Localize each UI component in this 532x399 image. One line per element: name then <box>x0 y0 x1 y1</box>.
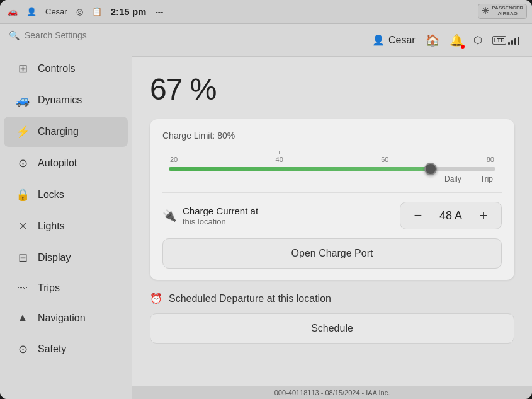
slider-tick-60: 60 <box>381 151 388 163</box>
search-input[interactable] <box>25 30 123 40</box>
charge-current-value: 48 A <box>438 209 463 223</box>
open-charge-port-button[interactable]: Open Charge Port <box>162 238 502 269</box>
dynamics-label: Dynamics <box>38 95 82 106</box>
slider-track[interactable] <box>169 167 495 171</box>
signal-bar-1 <box>508 42 510 45</box>
safety-icon: ⊙ <box>15 342 30 356</box>
locks-icon: 🔒 <box>15 188 30 202</box>
autopilot-label: Autopilot <box>38 158 77 169</box>
slider-tick-80: 80 <box>487 151 494 163</box>
scheduled-label: Scheduled Departure at this location <box>169 293 331 304</box>
content-header: 👤 Cesar 🏠 🔔 ⬡ LTE <box>132 24 532 57</box>
bell-icon[interactable]: 🔔 <box>450 33 463 47</box>
charge-limit-label: Charge Limit: 80% <box>162 130 502 141</box>
status-user-name: Cesar <box>45 7 67 16</box>
locks-label: Locks <box>38 189 64 200</box>
user-status-icon: 👤 <box>26 7 37 16</box>
screen: 🚗 👤 Cesar ◎ 📋 2:15 pm --- ✳ PASSENGERAIR… <box>0 0 532 399</box>
sidebar-item-controls[interactable]: ⊞ Controls <box>4 54 128 84</box>
sidebar-item-charging[interactable]: ⚡ Charging <box>4 117 128 147</box>
sidebar-item-navigation[interactable]: ▲ Navigation <box>4 303 128 333</box>
sidebar-item-autopilot[interactable]: ⊙ Autopilot <box>4 148 128 178</box>
lte-signal-group: LTE <box>492 36 519 45</box>
circle-icon: ◎ <box>76 7 83 16</box>
sidebar-item-trips[interactable]: 〰 Trips <box>4 274 128 302</box>
header-user: 👤 Cesar <box>372 34 416 46</box>
slider-label-daily: Daily <box>444 175 461 183</box>
content-wrap: 👤 Cesar 🏠 🔔 ⬡ LTE <box>132 24 532 399</box>
passenger-airbag-badge: ✳ PASSENGERAIRBAG <box>478 4 527 19</box>
trips-icon: 〰 <box>15 283 30 293</box>
controls-icon: ⊞ <box>15 62 30 76</box>
navigation-icon: ▲ <box>15 311 30 325</box>
controls-label: Controls <box>38 63 76 74</box>
charge-card: Charge Limit: 80% 20 40 <box>150 119 514 280</box>
display-icon: ⊟ <box>15 251 30 265</box>
decrement-button[interactable]: − <box>410 207 426 224</box>
main-layout: 🔍 ⊞ Controls 🚙 Dynamics ⚡ Charging ⊙ <box>0 24 532 399</box>
slider-ticks: 20 40 60 80 <box>169 151 495 163</box>
scheduled-section: ⏰ Scheduled Departure at this location S… <box>150 292 514 344</box>
home-icon[interactable]: 🏠 <box>426 33 439 47</box>
scheduled-header: ⏰ Scheduled Departure at this location <box>150 292 514 304</box>
signal-bar-2 <box>511 40 513 45</box>
charge-plug-icon: 🔌 <box>162 209 176 223</box>
increment-button[interactable]: + <box>476 207 491 224</box>
status-time: 2:15 pm <box>111 6 147 17</box>
charge-current-control: − 48 A + <box>400 202 502 229</box>
slider-labels: Daily Trip <box>169 175 495 183</box>
search-bar[interactable]: 🔍 <box>0 24 132 47</box>
charge-current-sub-label: this location <box>183 217 393 226</box>
charge-percentage: 67 % <box>150 72 514 107</box>
signal-bars <box>508 36 519 45</box>
slider-fill <box>169 167 430 171</box>
charge-current-label: Charge Current at this location <box>183 205 393 226</box>
sidebar-item-safety[interactable]: ⊙ Safety <box>4 334 128 364</box>
status-bar: 🚗 👤 Cesar ◎ 📋 2:15 pm --- ✳ PASSENGERAIR… <box>0 0 532 24</box>
status-dash: --- <box>155 7 163 16</box>
search-icon: 🔍 <box>9 30 20 40</box>
autopilot-icon: ⊙ <box>15 156 30 170</box>
header-user-name: Cesar <box>388 35 416 46</box>
slider-label-trip: Trip <box>480 175 493 183</box>
tablet-icon: 📋 <box>92 7 102 16</box>
slider-tick-20: 20 <box>170 151 178 163</box>
safety-label: Safety <box>38 344 66 355</box>
charging-label: Charging <box>38 126 79 137</box>
sidebar-item-dynamics[interactable]: 🚙 Dynamics <box>4 85 128 115</box>
scheduled-icon: ⏰ <box>150 292 162 304</box>
signal-bar-4 <box>518 37 519 45</box>
content-area: 67 % Charge Limit: 80% 20 <box>132 57 532 386</box>
sidebar-item-locks[interactable]: 🔒 Locks <box>4 180 128 210</box>
trips-label: Trips <box>38 282 60 294</box>
car-icon: 🚗 <box>8 7 18 16</box>
slider-thumb[interactable] <box>424 163 437 175</box>
slider-tick-40: 40 <box>276 151 283 163</box>
display-label: Display <box>38 252 71 263</box>
slider-container[interactable]: 20 40 60 80 <box>162 151 502 183</box>
lte-badge: LTE <box>492 36 506 45</box>
sidebar: 🔍 ⊞ Controls 🚙 Dynamics ⚡ Charging ⊙ <box>0 24 132 399</box>
lights-label: Lights <box>38 221 65 232</box>
charge-current-row: 🔌 Charge Current at this location − 48 A… <box>162 202 502 229</box>
charge-current-main-label: Charge Current at <box>183 205 393 217</box>
content-header-icons: 👤 Cesar 🏠 🔔 ⬡ LTE <box>372 33 519 47</box>
signal-bar-3 <box>514 38 516 45</box>
notification-dot <box>461 45 465 49</box>
sidebar-nav: ⊞ Controls 🚙 Dynamics ⚡ Charging ⊙ Autop… <box>0 47 132 399</box>
header-user-icon: 👤 <box>372 34 385 46</box>
footer-text: 000-40118113 - 08/15/2024 - IAA Inc. <box>274 389 390 396</box>
status-bar-left: 🚗 👤 Cesar ◎ 📋 2:15 pm --- <box>8 6 524 17</box>
dynamics-icon: 🚙 <box>15 93 30 107</box>
lights-icon: ✳ <box>15 219 30 233</box>
passenger-airbag-text: PASSENGERAIRBAG <box>492 6 523 17</box>
footer-bar: 000-40118113 - 08/15/2024 - IAA Inc. <box>132 386 532 399</box>
sidebar-item-display[interactable]: ⊟ Display <box>4 243 128 273</box>
card-divider <box>162 192 502 193</box>
schedule-button[interactable]: Schedule <box>150 313 514 344</box>
sidebar-item-lights[interactable]: ✳ Lights <box>4 211 128 241</box>
bluetooth-icon[interactable]: ⬡ <box>473 34 482 46</box>
charging-icon: ⚡ <box>15 125 30 139</box>
navigation-label: Navigation <box>38 313 86 324</box>
